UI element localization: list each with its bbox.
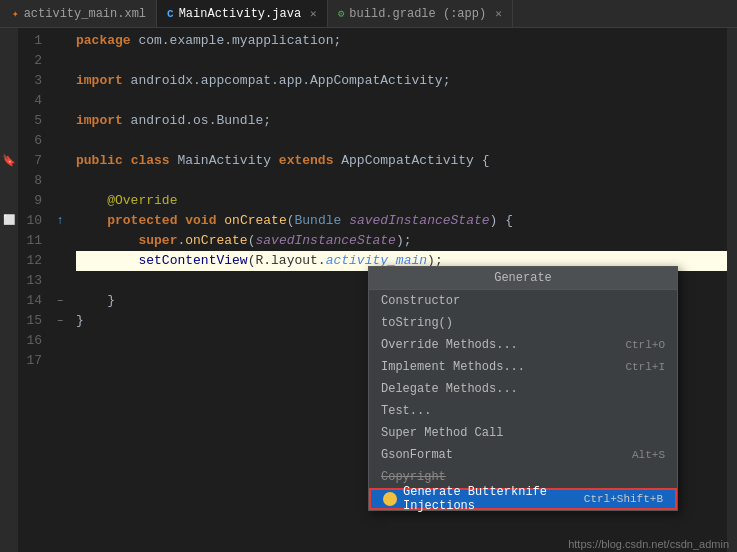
code-line-4 bbox=[76, 91, 727, 111]
tab-bar: ✦ activity_main.xml C MainActivity.java … bbox=[0, 0, 737, 28]
line-num-7: 7 bbox=[18, 151, 42, 171]
line-num-11: 11 bbox=[18, 231, 42, 251]
menu-label-gson: GsonFormat bbox=[381, 448, 453, 462]
code-import-2: android.os.Bundle; bbox=[123, 111, 271, 131]
line-num-4: 4 bbox=[18, 91, 42, 111]
code-extends: AppCompatActivity { bbox=[333, 151, 489, 171]
gutter-row-3 bbox=[0, 70, 18, 90]
margin-row-7 bbox=[50, 151, 70, 171]
annotation-override: @Override bbox=[107, 191, 177, 211]
menu-item-test[interactable]: Test... bbox=[369, 400, 677, 422]
code-space-1 bbox=[123, 151, 131, 171]
override-arrow-icon: ↑ bbox=[56, 214, 63, 228]
close-icon-gradle[interactable]: ✕ bbox=[495, 7, 502, 20]
gutter-row-12 bbox=[0, 250, 18, 270]
margin-row-8 bbox=[50, 171, 70, 191]
line-num-9: 9 bbox=[18, 191, 42, 211]
tab-java[interactable]: C MainActivity.java ✕ bbox=[157, 0, 328, 27]
code-line-10: protected void onCreate ( Bundle savedIn… bbox=[76, 211, 727, 231]
url-text: https://blog.csdn.net/csdn_admin bbox=[568, 538, 729, 550]
gutter-row-11 bbox=[0, 230, 18, 250]
butterknife-label-wrapper: Generate Butterknife Injections bbox=[383, 485, 564, 513]
menu-item-super[interactable]: Super Method Call bbox=[369, 422, 677, 444]
line-num-16: 16 bbox=[18, 331, 42, 351]
gutter-row-4 bbox=[0, 90, 18, 110]
code-indent-9 bbox=[76, 191, 107, 211]
menu-shortcut-implement: Ctrl+I bbox=[625, 361, 665, 373]
menu-item-gson[interactable]: GsonFormat Alt+S bbox=[369, 444, 677, 466]
code-super-args: ( bbox=[248, 231, 256, 251]
margin-row-4 bbox=[50, 91, 70, 111]
menu-label-delegate: Delegate Methods... bbox=[381, 382, 518, 396]
code-line-3: import androidx.appcompat.app.AppCompatA… bbox=[76, 71, 727, 91]
menu-label-tostring: toString() bbox=[381, 316, 453, 330]
keyword-import-1: import bbox=[76, 71, 123, 91]
menu-item-constructor[interactable]: Constructor bbox=[369, 290, 677, 312]
line-num-13: 13 bbox=[18, 271, 42, 291]
keyword-package: package bbox=[76, 31, 131, 51]
close-icon[interactable]: ✕ bbox=[310, 7, 317, 20]
menu-shortcut-gson: Alt+S bbox=[632, 449, 665, 461]
keyword-void: void bbox=[185, 211, 216, 231]
gutter-row-1 bbox=[0, 30, 18, 50]
scroll-indicator[interactable] bbox=[727, 28, 737, 552]
menu-item-delegate[interactable]: Delegate Methods... bbox=[369, 378, 677, 400]
margin-row-3 bbox=[50, 71, 70, 91]
menu-label-override: Override Methods... bbox=[381, 338, 518, 352]
menu-label-copyright: Copyright bbox=[381, 470, 446, 484]
menu-label-implement: Implement Methods... bbox=[381, 360, 525, 374]
fold-icon-close[interactable]: − bbox=[57, 316, 63, 327]
code-import-1: androidx.appcompat.app.AppCompatActivity… bbox=[123, 71, 451, 91]
menu-item-butterknife[interactable]: Generate Butterknife Injections Ctrl+Shi… bbox=[369, 488, 677, 510]
type-bundle: Bundle bbox=[295, 211, 342, 231]
menu-item-tostring[interactable]: toString() bbox=[369, 312, 677, 334]
method-setcontent: setContentView bbox=[138, 251, 247, 271]
margin-override-icon[interactable]: ↑ bbox=[50, 211, 70, 231]
param-super-arg: savedInstanceState bbox=[255, 231, 395, 251]
code-classname: MainActivity bbox=[170, 151, 279, 171]
url-bar: https://blog.csdn.net/csdn_admin bbox=[560, 536, 737, 552]
code-line-11: super . onCreate ( savedInstanceState ); bbox=[76, 231, 727, 251]
method-super-oncreate: onCreate bbox=[185, 231, 247, 251]
keyword-public: public bbox=[76, 151, 123, 171]
fold-icon[interactable]: − bbox=[57, 296, 63, 307]
gutter-row-9 bbox=[0, 190, 18, 210]
code-paren-10: ( bbox=[287, 211, 295, 231]
margin-fold-15[interactable]: − bbox=[50, 311, 70, 331]
margin-row-12 bbox=[50, 251, 70, 271]
margin-row-9 bbox=[50, 191, 70, 211]
code-line-8 bbox=[76, 171, 727, 191]
line-num-12: 12 bbox=[18, 251, 42, 271]
xml-icon: ✦ bbox=[12, 7, 19, 20]
menu-label-constructor: Constructor bbox=[381, 294, 460, 308]
margin-fold-14[interactable]: − bbox=[50, 291, 70, 311]
margin-row-5 bbox=[50, 111, 70, 131]
menu-label-butterknife: Generate Butterknife Injections bbox=[403, 485, 564, 513]
line-num-17: 17 bbox=[18, 351, 42, 371]
code-line-6 bbox=[76, 131, 727, 151]
gutter-icons: 🔖 ⬜ bbox=[0, 28, 18, 552]
keyword-class: class bbox=[131, 151, 170, 171]
code-line-1: package com.example.myapplication; bbox=[76, 31, 727, 51]
menu-item-override[interactable]: Override Methods... Ctrl+O bbox=[369, 334, 677, 356]
code-space-10c bbox=[341, 211, 349, 231]
keyword-protected: protected bbox=[107, 211, 177, 231]
menu-shortcut-butterknife: Ctrl+Shift+B bbox=[584, 493, 663, 505]
margin-row-13 bbox=[50, 271, 70, 291]
code-line-5: import android.os.Bundle; bbox=[76, 111, 727, 131]
line-num-1: 1 bbox=[18, 31, 42, 51]
line-numbers: 1 2 3 4 5 6 7 8 9 10 11 12 13 14 15 16 1… bbox=[18, 28, 50, 552]
line-num-15: 15 bbox=[18, 311, 42, 331]
code-indent-12 bbox=[76, 251, 138, 271]
java-icon: C bbox=[167, 8, 174, 20]
code-super-close: ); bbox=[396, 231, 412, 251]
tab-gradle[interactable]: ⚙ build.gradle (:app) ✕ bbox=[328, 0, 513, 27]
method-oncreate: onCreate bbox=[224, 211, 286, 231]
tab-xml[interactable]: ✦ activity_main.xml bbox=[2, 0, 157, 27]
line-num-6: 6 bbox=[18, 131, 42, 151]
menu-label-test: Test... bbox=[381, 404, 431, 418]
code-line-2 bbox=[76, 51, 727, 71]
menu-item-implement[interactable]: Implement Methods... Ctrl+I bbox=[369, 356, 677, 378]
keyword-super: super bbox=[138, 231, 177, 251]
tab-xml-label: activity_main.xml bbox=[24, 7, 146, 21]
